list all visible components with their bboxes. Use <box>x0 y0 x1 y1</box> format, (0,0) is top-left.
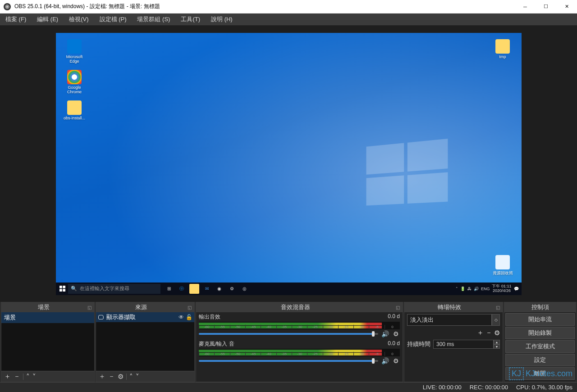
dock-header-scenes[interactable]: 場景 ◱ <box>1 302 94 312</box>
dock-mixer: 音效混音器 ◱ 輸出音效 0.0 d -60-55-50-45-40-35-30… <box>196 302 403 382</box>
tray-date: 2020/4/26 <box>492 289 511 293</box>
menu-file[interactable]: 檔案 (F) <box>3 14 29 24</box>
menu-profile[interactable]: 設定檔 (P) <box>97 14 129 24</box>
spin-up-icon[interactable]: ▲ <box>494 340 500 344</box>
duration-input[interactable]: 300 ms ▲▼ <box>433 340 500 349</box>
settings-button[interactable]: 設定 <box>505 354 575 366</box>
dock-sources: 來源 ◱ 🖵 顯示器擷取 👁 🔓 ＋ － ⚙ ˄ ˅ <box>96 302 195 382</box>
mixer-ch-value: 0.0 d <box>388 313 400 321</box>
menu-help[interactable]: 說明 (H) <box>208 14 235 24</box>
preview-canvas[interactable]: Microsoft Edge Google Chrome obs-install… <box>56 33 522 295</box>
dock-header-sources[interactable]: 來源 ◱ <box>96 302 194 312</box>
dock-title-sources: 來源 <box>96 303 186 311</box>
mixer-ch-name: 輸出音效 <box>199 313 388 321</box>
desktop-icon-edge: Microsoft Edge <box>62 39 87 64</box>
add-source-button[interactable]: ＋ <box>99 372 105 381</box>
chevron-updown-icon[interactable]: ◇ <box>492 314 500 326</box>
menu-tools[interactable]: 工具(T) <box>178 14 203 24</box>
dock-transitions: 轉場特效 ◱ 淡入淡出 ◇ ＋ － ⚙ 持續時間 300 ms ▲▼ <box>404 302 503 382</box>
spin-down-icon[interactable]: ▼ <box>494 344 500 349</box>
tray-clock: 下午 01:11 2020/4/26 <box>492 284 511 293</box>
remove-transition-button[interactable]: － <box>485 328 492 337</box>
desktop-icon-tmp: tmp <box>490 39 515 59</box>
lock-icon[interactable]: 🔓 <box>186 314 192 320</box>
desktop-label-edge: Microsoft Edge <box>66 55 83 64</box>
gear-icon[interactable]: ⚙ <box>392 330 400 337</box>
sources-list[interactable]: 🖵 顯示器擷取 👁 🔓 <box>96 312 194 371</box>
scenes-list[interactable]: 場景 <box>1 312 94 371</box>
dock-header-mixer[interactable]: 音效混音器 ◱ <box>196 302 403 312</box>
dock-scenes: 場景 ◱ 場景 ＋ － ˄ ˅ <box>1 302 95 382</box>
mixer-body: 輸出音效 0.0 d -60-55-50-45-40-35-30-25-20-1… <box>196 312 403 382</box>
maximize-button[interactable]: ☐ <box>536 0 556 13</box>
gear-icon[interactable]: ⚙ <box>392 357 400 365</box>
speaker-icon[interactable]: 🔊 <box>381 357 389 365</box>
taskbar-tray: ˄ 🔋 🖧 🔊 ENG 下午 01:11 2020/4/26 💬 <box>456 284 521 293</box>
move-scene-up-button[interactable]: ˄ <box>26 373 30 381</box>
tray-lang: ENG <box>481 287 490 291</box>
status-live: LIVE: 00:00:00 <box>423 384 462 391</box>
dock-popout-icon[interactable]: ◱ <box>495 304 501 310</box>
status-cpu: CPU: 0.7%, 30.00 fps <box>516 384 572 391</box>
taskview-icon: ⊞ <box>164 284 174 294</box>
add-transition-button[interactable]: ＋ <box>477 328 484 337</box>
dock-popout-icon[interactable]: ◱ <box>394 304 401 310</box>
settings-icon: ⚙ <box>227 284 237 294</box>
transition-selected: 淡入淡出 <box>407 314 492 326</box>
dock-header-transitions[interactable]: 轉場特效 ◱ <box>404 302 503 312</box>
status-rec: REC: 00:00:00 <box>470 384 508 391</box>
window-controls: ─ ☐ ✕ <box>515 0 577 13</box>
move-source-up-button[interactable]: ˄ <box>129 373 133 381</box>
preview-area: Microsoft Edge Google Chrome obs-install… <box>0 26 577 302</box>
edge-icon: ⓔ <box>177 284 187 294</box>
menu-view[interactable]: 檢視(V) <box>66 14 91 24</box>
remove-scene-button[interactable]: － <box>14 372 20 381</box>
svg-rect-0 <box>60 286 62 288</box>
duration-label: 持續時間 <box>407 340 430 348</box>
watermark: KJKJnotes.com <box>509 367 572 380</box>
source-properties-button[interactable]: ⚙ <box>118 373 124 381</box>
tray-network-icon: 🖧 <box>467 287 472 291</box>
transition-select[interactable]: 淡入淡出 ◇ <box>407 314 500 326</box>
wallpaper <box>56 33 522 295</box>
desktop-icon-chrome: Google Chrome <box>62 70 87 94</box>
dock-popout-icon[interactable]: ◱ <box>86 304 92 310</box>
dock-title-transitions: 轉場特效 <box>404 303 495 311</box>
titlebar: OBS 25.0.1 (64-bit, windows) - 設定檔: 無標題 … <box>0 0 577 14</box>
volume-slider[interactable] <box>199 360 378 362</box>
svg-rect-3 <box>63 289 65 292</box>
start-recording-button[interactable]: 開始錄製 <box>505 327 575 339</box>
close-button[interactable]: ✕ <box>556 0 577 13</box>
sources-toolbar: ＋ － ⚙ ˄ ˅ <box>96 371 194 382</box>
svg-rect-2 <box>60 289 62 292</box>
source-item[interactable]: 🖵 顯示器擷取 👁 🔓 <box>96 312 194 322</box>
remove-source-button[interactable]: － <box>108 372 115 381</box>
move-scene-down-button[interactable]: ˅ <box>32 373 36 381</box>
move-source-down-button[interactable]: ˅ <box>136 373 139 381</box>
dock-title-controls: 控制項 <box>504 303 576 311</box>
window-title: OBS 25.0.1 (64-bit, windows) - 設定檔: 無標題 … <box>14 3 515 10</box>
mixer-ticks: -60-55-50-45-40-35-30-25-20-15-10-50 <box>199 349 400 356</box>
transition-settings-button[interactable]: ⚙ <box>494 329 500 337</box>
volume-slider[interactable] <box>199 333 378 335</box>
speaker-icon[interactable]: 🔊 <box>381 330 389 337</box>
visibility-icon[interactable]: 👁 <box>179 314 184 320</box>
menubar: 檔案 (F) 編輯 (E) 檢視(V) 設定檔 (P) 場景群組 (S) 工具(… <box>0 14 577 26</box>
transitions-body: 淡入淡出 ◇ ＋ － ⚙ 持續時間 300 ms ▲▼ <box>404 312 503 382</box>
obs-app-icon <box>4 3 11 10</box>
explorer-icon <box>189 284 199 294</box>
menu-scene-collection[interactable]: 場景群組 (S) <box>134 14 173 24</box>
watermark-text: KJnotes.com <box>526 369 572 378</box>
studio-mode-button[interactable]: 工作室模式 <box>505 340 575 353</box>
obs-icon: ◎ <box>240 284 250 294</box>
add-scene-button[interactable]: ＋ <box>4 372 11 381</box>
menu-edit[interactable]: 編輯 (E) <box>34 14 61 24</box>
desktop-label-chrome: Google Chrome <box>67 85 82 94</box>
mixer-meter: -60-55-50-45-40-35-30-25-20-15-10-50 <box>199 349 400 356</box>
minimize-button[interactable]: ─ <box>515 0 536 13</box>
dock-popout-icon[interactable]: ◱ <box>186 304 192 310</box>
start-streaming-button[interactable]: 開始串流 <box>505 313 575 326</box>
docks-row: 場景 ◱ 場景 ＋ － ˄ ˅ 來源 ◱ 🖵 顯示器擷取 👁 🔓 <box>0 302 577 382</box>
dock-header-controls[interactable]: 控制項 <box>504 302 576 312</box>
scene-item[interactable]: 場景 <box>1 312 94 323</box>
